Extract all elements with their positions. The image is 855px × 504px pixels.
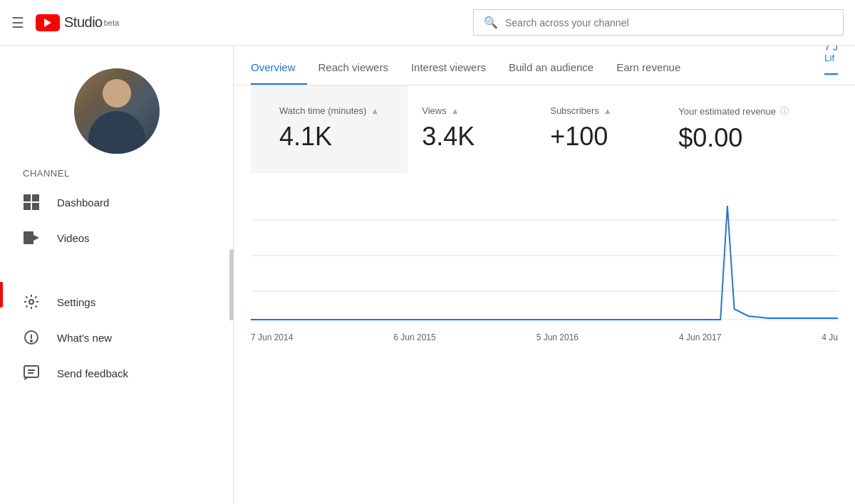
feedback-icon (23, 365, 40, 381)
tabs: Overview Reach viewers Interest viewers … (234, 46, 855, 85)
main-content: Overview Reach viewers Interest viewers … (234, 46, 855, 504)
svg-point-9 (31, 340, 32, 342)
settings-label: Settings (57, 296, 95, 308)
svg-rect-0 (24, 194, 31, 201)
search-bar[interactable]: 🔍 (473, 9, 844, 36)
chart-label-3: 4 Jun 2017 (679, 332, 721, 342)
chart-area: 7 Jun 2014 6 Jun 2015 5 Jun 2016 4 Jun 2… (234, 173, 855, 504)
tab-overview[interactable]: Overview (251, 61, 307, 85)
stat-subscribers: Subscribers ▲ +100 (550, 85, 678, 173)
header: ☰ Studio beta 🔍 (0, 0, 855, 46)
svg-marker-5 (33, 235, 39, 241)
send-feedback-label: Send feedback (57, 367, 128, 379)
avatar-section (0, 46, 233, 168)
sidebar: Channel Dashboard Videos (0, 46, 234, 504)
stat-views: Views ▲ 3.4K (422, 85, 550, 173)
search-icon: 🔍 (484, 16, 498, 29)
views-label: Views ▲ (422, 105, 522, 116)
sidebar-item-whats-new[interactable]: What's new (0, 320, 233, 355)
chart-label-4: 4 Ju (822, 332, 838, 342)
stat-watch-time: Watch time (minutes) ▲ 4.1K (251, 85, 408, 173)
tab-extra[interactable]: 7 J Lif (824, 46, 838, 85)
svg-point-6 (29, 300, 33, 304)
watch-time-label: Watch time (minutes) ▲ (279, 105, 379, 116)
svg-rect-10 (24, 366, 38, 377)
revenue-info[interactable]: ⓘ (780, 105, 789, 117)
whats-new-label: What's new (57, 332, 112, 344)
beta-badge: beta (104, 19, 119, 27)
stats-section: Watch time (minutes) ▲ 4.1K Views ▲ 3.4K… (234, 85, 855, 173)
tab-reach-viewers[interactable]: Reach viewers (318, 61, 400, 85)
chart-label-0: 7 Jun 2014 (251, 332, 293, 342)
subscribers-value: +100 (550, 122, 650, 152)
subscribers-warning: ▲ (603, 106, 612, 116)
stat-revenue: Your estimated revenue ⓘ $0.00 (678, 85, 817, 173)
chart-svg (251, 184, 838, 327)
main-layout: Channel Dashboard Videos (0, 46, 855, 504)
studio-title: Studio (64, 14, 103, 31)
sidebar-item-videos[interactable]: Videos (0, 220, 233, 256)
revenue-value: $0.00 (678, 123, 789, 153)
revenue-label: Your estimated revenue ⓘ (678, 105, 789, 117)
whats-new-icon (23, 330, 40, 345)
avatar-body (88, 111, 145, 154)
chart-label-2: 5 Jun 2016 (537, 332, 579, 342)
tab-interest-viewers[interactable]: Interest viewers (411, 61, 497, 85)
dashboard-icon (23, 194, 40, 210)
search-input[interactable] (505, 17, 833, 28)
tab-build-audience[interactable]: Build an audience (509, 61, 605, 85)
channel-label: Channel (0, 168, 233, 184)
tab-earn-revenue[interactable]: Earn revenue (616, 61, 692, 85)
avatar (74, 68, 160, 154)
red-indicator (0, 282, 3, 308)
svg-rect-4 (24, 231, 33, 244)
subscribers-label: Subscribers ▲ (550, 105, 650, 116)
yt-play-icon (36, 14, 60, 31)
hamburger-icon[interactable]: ☰ (11, 14, 24, 31)
svg-rect-3 (32, 203, 39, 210)
sidebar-item-dashboard[interactable]: Dashboard (0, 184, 233, 220)
videos-label: Videos (57, 232, 90, 244)
sidebar-item-settings[interactable]: Settings (0, 284, 233, 320)
video-icon (23, 230, 40, 246)
watch-time-warning: ▲ (370, 106, 379, 116)
youtube-logo (36, 14, 60, 31)
logo-area: Studio beta (36, 14, 119, 31)
dashboard-label: Dashboard (57, 196, 109, 209)
chart-labels: 7 Jun 2014 6 Jun 2015 5 Jun 2016 4 Jun 2… (251, 330, 838, 342)
svg-rect-2 (24, 203, 31, 210)
views-warning: ▲ (451, 106, 460, 116)
chart-label-1: 6 Jun 2015 (393, 332, 435, 342)
avatar-face (103, 79, 131, 107)
sidebar-item-send-feedback[interactable]: Send feedback (0, 355, 233, 391)
svg-rect-1 (32, 194, 39, 201)
views-value: 3.4K (422, 122, 522, 152)
watch-time-value: 4.1K (279, 122, 379, 152)
settings-icon (23, 294, 40, 310)
